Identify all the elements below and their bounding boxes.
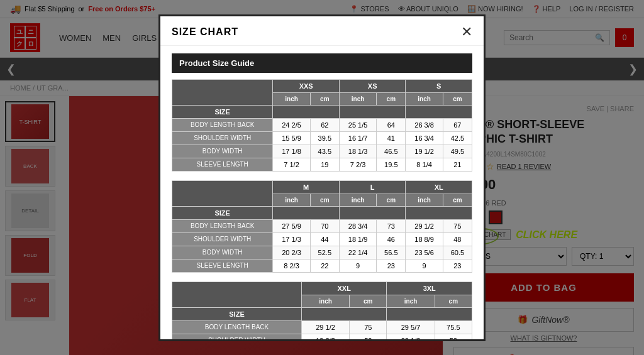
col-xxs: XXS: [273, 79, 340, 92]
modal-header: SIZE CHART ✕: [160, 16, 484, 46]
modal-body[interactable]: Product Size Guide XXS XS S inchcm inchc…: [160, 46, 484, 339]
col-m: M: [273, 180, 340, 194]
size-table-xxl-3xl: XXL 3XL inchcm inchcm SIZE BOD: [172, 281, 472, 339]
col-l: L: [339, 180, 406, 194]
col-xl: XL: [406, 180, 472, 194]
col-xxl: XXL: [301, 281, 386, 295]
size-table-m-xl: M L XL inchcm inchcm inchcm SIZE: [172, 180, 472, 273]
col-s: S: [406, 79, 472, 92]
modal-overlay[interactable]: SIZE CHART ✕ Product Size Guide XXS XS S…: [0, 0, 644, 355]
size-chart-modal: SIZE CHART ✕ Product Size Guide XXS XS S…: [158, 14, 486, 341]
col-3xl: 3XL: [387, 281, 472, 295]
modal-close-button[interactable]: ✕: [461, 25, 472, 39]
modal-title: SIZE CHART: [172, 26, 238, 38]
size-table-xxs-s: XXS XS S inchcm inchcm inchcm SIZE: [172, 79, 472, 172]
size-row-label-1: SIZE: [172, 105, 273, 118]
col-xs: XS: [339, 79, 406, 92]
size-guide-header: Product Size Guide: [172, 53, 472, 73]
